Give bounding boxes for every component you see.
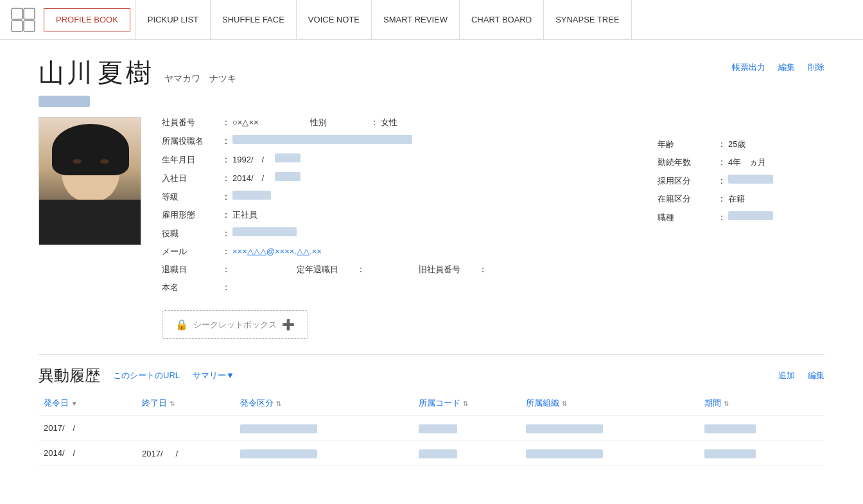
employee-number-value: ○×△×× bbox=[232, 117, 259, 127]
nav-item-synapse-tree[interactable]: SYNAPSE TREE bbox=[543, 0, 631, 39]
section-divider bbox=[39, 354, 824, 355]
nav-item-profile-book[interactable]: PROFILE BOOK bbox=[44, 8, 130, 31]
hire-type-label: 採用区分 bbox=[658, 175, 715, 187]
in-office-label: 在籍区分 bbox=[658, 193, 715, 205]
col-issue-date[interactable]: 発令日 ▼ bbox=[39, 391, 137, 416]
service-years-row: 勤続年数 ： 4年 ヵ月 bbox=[658, 157, 824, 168]
profile-details-left: 社員番号 ： ○×△×× 性別 ： 女性 所属役職名 ： 生年月日 bbox=[162, 117, 632, 339]
profile-name-block: 山川 夏樹 ヤマカワ ナツキ bbox=[39, 55, 722, 91]
lock-icon: 🔒 bbox=[175, 318, 188, 331]
sheet-url-link[interactable]: このシートのURL bbox=[113, 370, 180, 381]
svg-rect-3 bbox=[24, 21, 35, 31]
email-label: メール bbox=[162, 246, 220, 257]
table-row: 2014/ / 2017// bbox=[39, 441, 824, 466]
job-type-label: 職種 bbox=[658, 212, 715, 223]
edit-button[interactable]: 編集 bbox=[778, 62, 795, 73]
svg-rect-2 bbox=[12, 21, 22, 31]
status-tag bbox=[39, 96, 90, 107]
email-value[interactable]: ×××△△△@××××.△△.×× bbox=[232, 247, 322, 256]
cell-code bbox=[414, 441, 521, 466]
cell-issue-date: 2014/ / bbox=[39, 441, 137, 466]
nav-item-smart-review[interactable]: SMART REVIEW bbox=[371, 0, 459, 39]
profile-actions: 帳票出力 編集 削除 bbox=[732, 55, 824, 73]
history-section: 異動履歴 このシートのURL サマリー▼ 追加 編集 発令日 ▼ 終了日 ⇅ bbox=[39, 365, 824, 466]
history-table: 発令日 ▼ 終了日 ⇅ 発令区分 ⇅ 所属コード ⇅ bbox=[39, 391, 824, 466]
history-table-header-row: 発令日 ▼ 終了日 ⇅ 発令区分 ⇅ 所属コード ⇅ bbox=[39, 391, 824, 416]
cell-end-date: 2017// bbox=[137, 441, 235, 466]
plus-icon: ➕ bbox=[282, 318, 295, 331]
col-end-date[interactable]: 終了日 ⇅ bbox=[137, 391, 235, 416]
history-edit-button[interactable]: 編集 bbox=[808, 370, 824, 381]
col-code[interactable]: 所属コード ⇅ bbox=[414, 391, 521, 416]
profile-body: 社員番号 ： ○×△×× 性別 ： 女性 所属役職名 ： 生年月日 bbox=[39, 117, 824, 339]
profile-name-kanji-first: 夏樹 bbox=[98, 58, 154, 87]
service-years-value: 4年 ヵ月 bbox=[728, 157, 766, 168]
nav-item-shuffle-face[interactable]: SHUFFLE FACE bbox=[210, 0, 296, 39]
profile-header: 山川 夏樹 ヤマカワ ナツキ 帳票出力 編集 削除 bbox=[39, 55, 824, 91]
hire-type-row: 採用区分 ： bbox=[658, 175, 824, 187]
in-office-row: 在籍区分 ： 在籍 bbox=[658, 193, 824, 205]
age-label: 年齢 bbox=[658, 139, 715, 150]
sort-icon-code: ⇅ bbox=[463, 400, 468, 407]
delete-button[interactable]: 削除 bbox=[808, 62, 824, 73]
service-years-label: 勤続年数 bbox=[658, 157, 715, 168]
position-label: 役職 bbox=[162, 228, 220, 239]
retire-date-label: 退職日 bbox=[162, 264, 220, 275]
export-button[interactable]: 帳票出力 bbox=[732, 62, 765, 73]
navigation: PROFILE BOOK PICKUP LIST SHUFFLE FACE VO… bbox=[0, 0, 863, 40]
employee-number-label: 社員番号 bbox=[162, 117, 220, 128]
secret-box-label: シークレットボックス bbox=[193, 319, 277, 331]
position-value bbox=[232, 227, 297, 236]
profile-details-right: 年齢 ： 25歳 勤続年数 ： 4年 ヵ月 採用区分 ： 在籍区分 ： bbox=[658, 117, 824, 339]
mandatory-retire-label: 定年退職日 bbox=[297, 264, 354, 275]
real-name-label: 本名 bbox=[162, 282, 220, 293]
cell-period bbox=[699, 416, 824, 441]
nav-items: PROFILE BOOK PICKUP LIST SHUFFLE FACE VO… bbox=[44, 0, 632, 39]
birthdate-row: 生年月日 ： 1992/ / bbox=[162, 153, 632, 166]
age-row: 年齢 ： 25歳 bbox=[658, 139, 824, 150]
history-title: 異動履歴 bbox=[39, 365, 100, 386]
history-actions: 追加 編集 bbox=[778, 370, 824, 381]
nav-item-voice-note[interactable]: VOICE NOTE bbox=[296, 0, 371, 39]
profile-name-kana: ヤマカワ ナツキ bbox=[164, 73, 236, 83]
cell-org bbox=[521, 416, 699, 441]
email-row: メール ： ×××△△△@××××.△△.×× bbox=[162, 246, 632, 257]
gender-value: 女性 bbox=[381, 117, 397, 128]
sort-icon-org: ⇅ bbox=[562, 400, 567, 407]
join-date-label: 入社日 bbox=[162, 173, 220, 184]
history-header: 異動履歴 このシートのURL サマリー▼ 追加 編集 bbox=[39, 365, 824, 386]
in-office-value: 在籍 bbox=[728, 193, 745, 205]
profile-photo bbox=[39, 117, 141, 245]
history-add-button[interactable]: 追加 bbox=[778, 370, 795, 381]
main-content: 山川 夏樹 ヤマカワ ナツキ 帳票出力 編集 削除 bbox=[0, 40, 863, 482]
employment-type-label: 雇用形態 bbox=[162, 209, 220, 221]
col-kubun[interactable]: 発令区分 ⇅ bbox=[235, 391, 414, 416]
hire-type-value bbox=[728, 175, 773, 184]
job-type-row: 職種 ： bbox=[658, 211, 824, 223]
old-employee-label: 旧社員番号 bbox=[419, 264, 476, 275]
summary-link[interactable]: サマリー▼ bbox=[193, 370, 234, 381]
cell-kubun bbox=[235, 441, 414, 466]
nav-item-chart-board[interactable]: CHART BOARD bbox=[459, 0, 543, 39]
secret-box[interactable]: 🔒 シークレットボックス ➕ bbox=[162, 310, 308, 339]
employment-type-row: 雇用形態 ： 正社員 bbox=[162, 209, 632, 221]
col-org[interactable]: 所属組織 ⇅ bbox=[521, 391, 699, 416]
age-value: 25歳 bbox=[728, 139, 745, 150]
table-row: 2017/ / bbox=[39, 416, 824, 441]
cell-kubun bbox=[235, 416, 414, 441]
logo bbox=[10, 7, 36, 33]
profile-name-kanji-last: 山川 bbox=[39, 58, 95, 87]
grade-label: 等級 bbox=[162, 191, 220, 203]
profile-details-container: 社員番号 ： ○×△×× 性別 ： 女性 所属役職名 ： 生年月日 bbox=[162, 117, 824, 339]
real-name-row: 本名 ： bbox=[162, 282, 632, 293]
nav-item-pickup-list[interactable]: PICKUP LIST bbox=[135, 0, 210, 39]
sort-icon-period: ⇅ bbox=[724, 400, 729, 407]
department-label: 所属役職名 bbox=[162, 135, 220, 147]
grade-row: 等級 ： bbox=[162, 191, 632, 203]
cell-issue-date: 2017/ / bbox=[39, 416, 137, 441]
svg-rect-1 bbox=[24, 8, 35, 19]
cell-period bbox=[699, 441, 824, 466]
col-period[interactable]: 期間 ⇅ bbox=[699, 391, 824, 416]
gender-label: 性別 bbox=[310, 117, 368, 128]
retire-row: 退職日 ： 定年退職日 ： 旧社員番号 ： bbox=[162, 264, 632, 275]
